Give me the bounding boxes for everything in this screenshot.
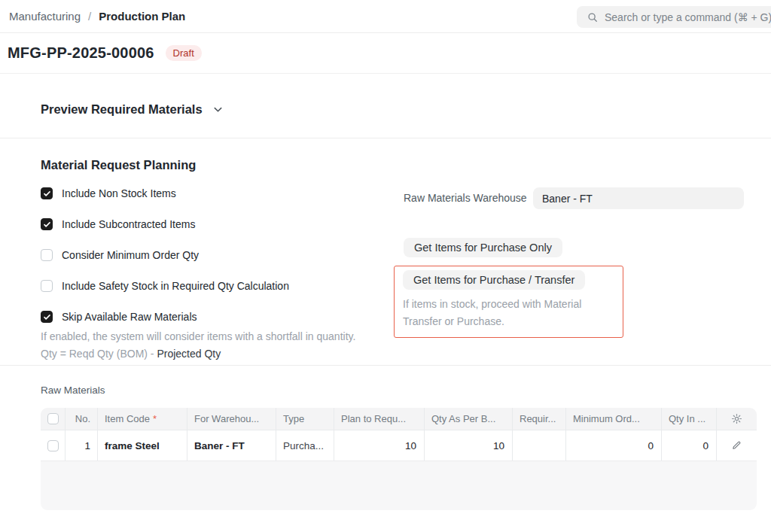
cell-for-warehouse[interactable]: Baner - FT	[187, 430, 276, 461]
checkmark-icon	[43, 220, 51, 229]
chevron-down-icon	[212, 104, 224, 115]
get-items-purchase-only-button[interactable]: Get Items for Purchase Only	[404, 238, 562, 257]
raw-materials-grid-label: Raw Materials	[41, 385, 771, 396]
planning-checkbox-column: Include Non Stock Items Include Subcontr…	[41, 187, 404, 363]
gear-icon	[731, 413, 742, 424]
checkbox-label: Consider Minimum Order Qty	[62, 249, 199, 261]
checkbox-box	[41, 218, 53, 230]
warehouse-field-input[interactable]: Baner - FT	[533, 187, 744, 209]
column-header-qty-as-per-bom: Qty As Per B...	[425, 408, 513, 430]
status-badge: Draft	[166, 45, 202, 61]
preview-section-toggle[interactable]: Preview Required Materials	[41, 102, 224, 117]
checkmark-icon	[43, 190, 51, 198]
checkbox-include-non-stock-items[interactable]: Include Non Stock Items	[41, 187, 404, 199]
cell-plan-to-required-qty[interactable]: 10	[334, 430, 425, 461]
warehouse-field-label: Raw Materials Warehouse	[404, 187, 533, 209]
planning-section-title: Material Request Planning	[41, 158, 744, 172]
navbar: Manufacturing / Production Plan Search o…	[0, 0, 771, 33]
breadcrumb-parent[interactable]: Manufacturing	[9, 10, 81, 23]
column-header-no: No.	[66, 408, 98, 430]
breadcrumb-separator: /	[88, 10, 91, 23]
skip-raw-materials-help-text: If enabled, the system will consider ite…	[41, 328, 404, 363]
checkbox-consider-minimum-order-qty[interactable]: Consider Minimum Order Qty	[41, 249, 404, 261]
grid-empty-area	[41, 461, 757, 510]
column-header-minimum-order-qty: Minimum Ord...	[566, 408, 662, 430]
required-marker: *	[153, 413, 157, 424]
checkbox-label: Include Non Stock Items	[62, 187, 176, 199]
column-header-for-warehouse: For Warehou...	[187, 408, 276, 430]
cell-minimum-order-qty[interactable]: 0	[566, 430, 662, 461]
checkbox-box	[41, 249, 53, 261]
purchase-transfer-help-text: If items in stock, proceed with Material…	[403, 296, 605, 330]
checkbox-box	[41, 280, 53, 292]
raw-materials-table: No. Item Code* For Warehou... Type Plan …	[41, 408, 757, 510]
breadcrumb-current[interactable]: Production Plan	[99, 10, 185, 23]
column-header-plan-to-required-qty: Plan to Requ...	[334, 408, 425, 430]
pencil-icon	[731, 440, 742, 451]
cell-qty-as-per-bom[interactable]: 10	[425, 430, 513, 461]
cell-row-number: 1	[66, 430, 98, 461]
checkbox-label: Skip Available Raw Materials	[62, 311, 197, 323]
preview-required-materials-section: Preview Required Materials	[0, 74, 771, 138]
cell-required-qty[interactable]	[513, 430, 566, 461]
table-row[interactable]: 1 frame Steel Baner - FT Purcha... 10 10…	[41, 430, 757, 461]
column-header-required-qty: Requir...	[513, 408, 566, 430]
checkbox-label: Include Safety Stock in Required Qty Cal…	[62, 280, 289, 292]
breadcrumb: Manufacturing / Production Plan	[9, 10, 185, 23]
get-items-purchase-transfer-button[interactable]: Get Items for Purchase / Transfer	[403, 270, 585, 290]
table-header-row: No. Item Code* For Warehou... Type Plan …	[41, 408, 757, 430]
page-title: MFG-PP-2025-00006	[8, 44, 154, 62]
planning-actions-column: Raw Materials Warehouse Baner - FT Get I…	[404, 187, 744, 363]
checkbox-skip-available-raw-materials[interactable]: Skip Available Raw Materials	[41, 311, 404, 323]
projected-qty-emphasis: Projected Qty	[157, 348, 221, 360]
row-edit-button[interactable]	[717, 430, 756, 461]
checkmark-icon	[43, 313, 51, 321]
cell-qty-in[interactable]: 0	[662, 430, 717, 461]
page-header: MFG-PP-2025-00006 Draft	[0, 33, 771, 74]
checkbox-include-safety-stock[interactable]: Include Safety Stock in Required Qty Cal…	[41, 280, 404, 292]
material-request-planning-section: Material Request Planning Include Non St…	[0, 138, 771, 366]
global-search-input[interactable]: Search or type a command (⌘ + G)	[577, 6, 771, 28]
checkbox-label: Include Subcontracted Items	[62, 218, 195, 230]
raw-materials-warehouse-field: Raw Materials Warehouse Baner - FT	[404, 187, 744, 209]
column-header-item-code: Item Code*	[98, 408, 187, 430]
select-all-checkbox[interactable]	[47, 413, 59, 424]
grid-settings-button[interactable]	[717, 408, 756, 430]
search-placeholder: Search or type a command (⌘ + G)	[605, 11, 771, 23]
checkbox-include-subcontracted-items[interactable]: Include Subcontracted Items	[41, 218, 404, 230]
annotation-highlight-box: Get Items for Purchase / Transfer If ite…	[394, 266, 623, 338]
column-header-qty-in: Qty In ...	[662, 408, 717, 430]
column-header-type: Type	[276, 408, 334, 430]
checkbox-box	[41, 311, 53, 323]
search-icon	[587, 12, 598, 23]
checkbox-box	[41, 187, 53, 199]
cell-type[interactable]: Purcha...	[276, 430, 334, 461]
preview-section-title: Preview Required Materials	[41, 102, 203, 117]
raw-materials-section: Raw Materials No. Item Code* For Warehou…	[0, 366, 771, 510]
row-select-checkbox[interactable]	[47, 440, 59, 451]
cell-item-code[interactable]: frame Steel	[98, 430, 187, 461]
